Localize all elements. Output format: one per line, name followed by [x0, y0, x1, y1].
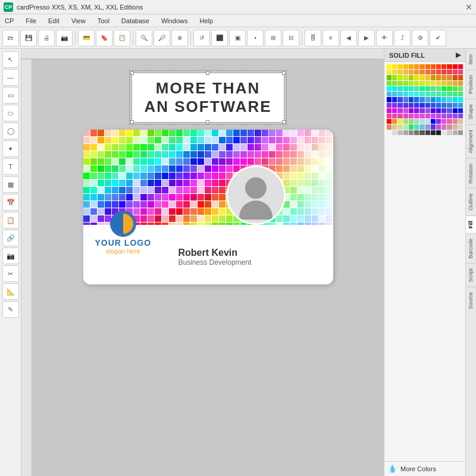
color-cell[interactable] — [387, 124, 392, 129]
tool-pen[interactable]: ✎ — [2, 301, 19, 318]
color-cell[interactable] — [414, 70, 419, 74]
color-cell[interactable] — [441, 75, 446, 80]
color-cell[interactable] — [409, 124, 414, 129]
color-cell[interactable] — [387, 130, 392, 135]
color-cell[interactable] — [441, 124, 446, 129]
menu-help[interactable]: Help — [198, 16, 216, 26]
tab-barcode[interactable]: Barcode — [466, 233, 476, 264]
color-cell[interactable] — [447, 130, 452, 135]
color-cell[interactable] — [414, 108, 419, 113]
toolbar-preview[interactable]: 👁 — [376, 30, 393, 46]
more-colors-button[interactable]: More Colors — [399, 464, 437, 474]
color-cell[interactable] — [431, 108, 436, 113]
tool-rect[interactable]: ▭ — [2, 87, 19, 104]
color-cell[interactable] — [419, 92, 424, 96]
color-cell[interactable] — [409, 86, 414, 91]
tab-position[interactable]: Position — [466, 70, 476, 99]
eyedropper-icon[interactable]: 💧 — [388, 465, 397, 473]
color-cell[interactable] — [425, 86, 430, 91]
color-cell[interactable] — [387, 81, 392, 86]
color-cell[interactable] — [403, 81, 408, 86]
color-cell[interactable] — [447, 70, 452, 74]
color-cell[interactable] — [403, 70, 408, 74]
color-cell[interactable] — [453, 119, 458, 124]
color-cell[interactable] — [419, 108, 424, 113]
color-cell[interactable] — [431, 124, 436, 129]
color-cell[interactable] — [425, 81, 430, 86]
color-cell[interactable] — [453, 97, 458, 102]
color-cell[interactable] — [392, 92, 397, 96]
color-cell[interactable] — [397, 108, 402, 113]
color-cell[interactable] — [397, 92, 402, 96]
toolbar-card[interactable]: 💳 — [78, 30, 95, 46]
toolbar-db[interactable]: 🗄 — [305, 30, 321, 46]
color-cell[interactable] — [458, 114, 463, 118]
toolbar-grid[interactable]: ⊟ — [283, 30, 299, 46]
color-cell[interactable] — [447, 108, 452, 113]
color-cell[interactable] — [403, 103, 408, 108]
tab-shape[interactable]: Shape — [466, 99, 476, 124]
color-cell[interactable] — [458, 64, 463, 69]
color-cell[interactable] — [409, 114, 414, 118]
tool-date[interactable]: 📅 — [2, 194, 19, 211]
color-cell[interactable] — [436, 103, 441, 108]
color-cell[interactable] — [397, 75, 402, 80]
color-cell[interactable] — [414, 92, 419, 96]
tab-item[interactable]: Item — [466, 49, 476, 70]
color-cell[interactable] — [436, 70, 441, 74]
color-cell[interactable] — [453, 75, 458, 80]
color-cell[interactable] — [447, 103, 452, 108]
color-cell[interactable] — [431, 119, 436, 124]
color-cell[interactable] — [436, 114, 441, 118]
toolbar-print[interactable]: 🖨 — [38, 30, 55, 46]
color-cell[interactable] — [453, 64, 458, 69]
tool-table[interactable]: ▦ — [2, 176, 19, 193]
color-cell[interactable] — [447, 92, 452, 96]
color-cell[interactable] — [425, 92, 430, 96]
color-cell[interactable] — [431, 130, 436, 135]
color-cell[interactable] — [409, 103, 414, 108]
tab-script[interactable]: Script — [466, 263, 476, 287]
toolbar-tag[interactable]: 🔖 — [96, 30, 112, 46]
color-cell[interactable] — [387, 86, 392, 91]
color-cell[interactable] — [397, 103, 402, 108]
panel-expand-icon[interactable]: ▶ — [456, 51, 461, 59]
tab-alignment[interactable]: Alignment — [466, 124, 476, 158]
color-cell[interactable] — [409, 75, 414, 80]
color-cell[interactable] — [425, 103, 430, 108]
color-cell[interactable] — [453, 81, 458, 86]
tab-source[interactable]: Source — [466, 287, 476, 314]
color-cell[interactable] — [409, 70, 414, 74]
toolbar-check[interactable]: ✔ — [430, 30, 446, 46]
color-cell[interactable] — [431, 64, 436, 69]
color-cell[interactable] — [419, 124, 424, 129]
color-cell[interactable] — [387, 108, 392, 113]
toolbar-clipboard[interactable]: 📋 — [114, 30, 130, 46]
menu-windows[interactable]: Windows — [159, 16, 190, 26]
menu-view[interactable]: View — [69, 16, 88, 26]
color-cell[interactable] — [392, 114, 397, 118]
color-cell[interactable] — [441, 119, 446, 124]
color-cell[interactable] — [425, 130, 430, 135]
color-cell[interactable] — [403, 97, 408, 102]
toolbar-next[interactable]: ▶ — [358, 30, 375, 46]
color-cell[interactable] — [392, 130, 397, 135]
tool-measure[interactable]: 📐 — [2, 283, 19, 300]
color-cell[interactable] — [414, 97, 419, 102]
color-cell[interactable] — [447, 114, 452, 118]
color-cell[interactable] — [447, 97, 452, 102]
color-cell[interactable] — [419, 75, 424, 80]
color-cell[interactable] — [409, 97, 414, 102]
color-cell[interactable] — [419, 130, 424, 135]
color-cell[interactable] — [431, 70, 436, 74]
color-cell[interactable] — [414, 86, 419, 91]
color-cell[interactable] — [419, 64, 424, 69]
color-cell[interactable] — [403, 119, 408, 124]
tool-line[interactable]: — — [2, 69, 19, 86]
color-cell[interactable] — [458, 70, 463, 74]
tool-star[interactable]: ✦ — [2, 140, 19, 157]
color-cell[interactable] — [447, 64, 452, 69]
color-cell[interactable] — [414, 130, 419, 135]
toolbar-export[interactable]: ⤴ — [394, 30, 411, 46]
color-cell[interactable] — [441, 70, 446, 74]
